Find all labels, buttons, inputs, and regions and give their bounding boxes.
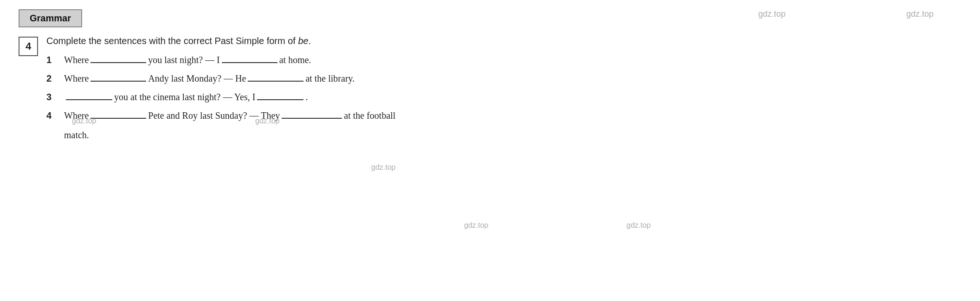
sentence-4-part-3: at the football [344,108,395,123]
blank-4-1 [90,117,146,119]
sentence-row-4: 4 Where Pete and Roy last Sunday? — They… [46,108,961,123]
sentence-2-part-2: Andy last Monday? — He [148,70,246,86]
sentence-3-part-2: you at the cinema last night? — Yes, I [114,89,255,105]
watermark-top-1: gdz.top [758,9,786,19]
sentence-3-part-3: . [305,89,308,105]
instruction-end: . [309,36,311,46]
exercise-number: 4 [19,37,38,56]
blank-1-1 [90,61,146,63]
sentence-row-1: 1 Where you last night? — I at home. [46,52,961,68]
sentence-1-part-3: at home. [279,52,311,68]
blank-3-1 [66,98,112,100]
watermark-2: gdz.top [255,117,279,125]
header-watermarks: gdz.top gdz.top [758,9,961,19]
sentences: 1 Where you last night? — I at home. gdz… [46,52,961,146]
blank-1-2 [222,61,277,63]
sentence-row-3: 3 you at the cinema last night? — Yes, I… [46,89,961,105]
sentence-num-4: 4 [46,108,60,123]
blank-3-2 [257,98,303,100]
watermark-1: gdz.top [72,117,96,125]
instruction-italic: be [298,36,308,46]
instruction-text: Complete the sentences with the correct … [46,36,296,46]
sentence-num-3: 3 [46,89,60,105]
instruction: Complete the sentences with the correct … [46,36,961,46]
grammar-badge: Grammar [19,9,82,27]
watermark-3: gdz.top [371,163,395,172]
watermark-5: gdz.top [626,221,651,230]
sentence-row-2: 2 Where Andy last Monday? — He at the li… [46,70,961,86]
sentence-num-1: 1 [46,52,60,68]
blank-2-1 [90,80,146,82]
exercise-content: Complete the sentences with the correct … [46,36,961,146]
sentence-4-continuation: match. [64,127,89,143]
blank-4-2 [282,117,342,119]
sentence-2-part-1: Where [64,70,89,86]
sentence-num-2: 2 [46,70,60,86]
sentence-1-part-2: you last night? — I [148,52,219,68]
sentence-1-part-1: Where [64,52,89,68]
header-row: Grammar gdz.top gdz.top [19,9,961,27]
watermark-4: gdz.top [464,221,488,230]
exercise-block: 4 Complete the sentences with the correc… [19,36,961,146]
sentence-2-part-3: at the library. [305,70,355,86]
watermark-top-2: gdz.top [906,9,934,19]
blank-2-2 [248,80,303,82]
sentence-row-4-cont: match. [46,127,961,143]
